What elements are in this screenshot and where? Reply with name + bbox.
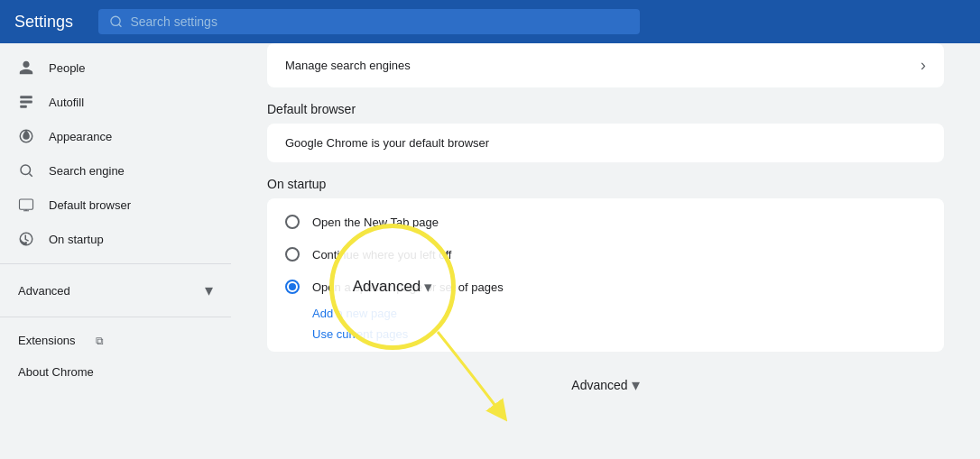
svg-rect-3 xyxy=(20,101,32,104)
add-new-page-link[interactable]: Add a new page xyxy=(267,303,944,324)
svg-point-6 xyxy=(21,165,31,175)
sidebar-advanced-label: Advanced xyxy=(18,284,70,298)
advanced-dropdown-row[interactable]: Advanced ▾ xyxy=(267,363,944,408)
radio-row-new-tab[interactable]: Open the New Tab page xyxy=(267,206,944,238)
sidebar-item-people[interactable]: People xyxy=(0,50,224,85)
person-icon xyxy=(18,60,34,76)
app-title: Settings xyxy=(14,13,73,32)
advanced-dropdown-chevron-icon: ▾ xyxy=(632,375,640,395)
radio-new-tab[interactable] xyxy=(285,215,300,229)
sidebar-advanced-section[interactable]: Advanced ▾ xyxy=(0,271,231,309)
sidebar-autofill-label: Autofill xyxy=(49,96,84,109)
main-layout: People Autofill Appearance Search engine… xyxy=(0,43,980,459)
search-input[interactable] xyxy=(130,14,629,29)
sidebar-appearance-label: Appearance xyxy=(49,130,112,143)
manage-engines-chevron-icon: › xyxy=(920,56,926,75)
default-browser-icon xyxy=(18,197,34,213)
main-content: Manage search engines › Default browser … xyxy=(231,43,980,459)
sidebar-on-startup-label: On startup xyxy=(49,233,104,246)
appearance-icon xyxy=(18,128,34,144)
default-browser-status: Google Chrome is your default browser xyxy=(285,136,489,150)
sidebar-item-appearance[interactable]: Appearance xyxy=(0,119,224,153)
sidebar-item-autofill[interactable]: Autofill xyxy=(0,85,224,119)
svg-rect-4 xyxy=(20,106,27,108)
radio-continue-label: Continue where you left off xyxy=(312,248,451,262)
on-startup-title: On startup xyxy=(267,177,944,191)
sidebar-item-on-startup[interactable]: On startup xyxy=(0,222,224,256)
sidebar-about-label: About Chrome xyxy=(18,365,94,379)
search-bar[interactable] xyxy=(98,9,640,34)
sidebar-default-browser-label: Default browser xyxy=(49,198,131,212)
default-browser-title: Default browser xyxy=(267,102,944,116)
sidebar: People Autofill Appearance Search engine… xyxy=(0,43,231,459)
search-engine-icon xyxy=(18,162,34,179)
radio-continue[interactable] xyxy=(285,247,300,262)
svg-rect-8 xyxy=(20,199,33,209)
svg-line-7 xyxy=(29,173,32,176)
radio-open-specific[interactable] xyxy=(285,280,300,294)
manage-engines-row[interactable]: Manage search engines › xyxy=(267,43,944,87)
app-header: Settings xyxy=(0,0,980,43)
sidebar-item-default-browser[interactable]: Default browser xyxy=(0,188,224,222)
advanced-chevron-icon: ▾ xyxy=(205,280,213,300)
sidebar-divider xyxy=(0,263,231,264)
startup-options-card: Open the New Tab page Continue where you… xyxy=(267,198,944,352)
radio-new-tab-label: Open the New Tab page xyxy=(312,216,439,229)
manage-engines-label: Manage search engines xyxy=(285,59,411,72)
advanced-dropdown-label: Advanced xyxy=(571,378,627,392)
external-link-icon: ⧉ xyxy=(96,335,104,347)
search-icon xyxy=(109,14,123,29)
radio-open-specific-label: Open a specific page or set of pages xyxy=(312,280,504,294)
sidebar-people-label: People xyxy=(49,61,85,75)
sidebar-item-search-engine[interactable]: Search engine xyxy=(0,153,224,188)
use-current-pages-link[interactable]: Use current pages xyxy=(267,324,944,344)
default-browser-box: Google Chrome is your default browser xyxy=(267,124,944,162)
svg-rect-2 xyxy=(20,96,32,98)
startup-icon xyxy=(18,231,34,247)
sidebar-item-about-chrome[interactable]: About Chrome xyxy=(0,356,231,388)
radio-row-continue[interactable]: Continue where you left off xyxy=(267,238,944,271)
sidebar-divider2 xyxy=(0,317,231,317)
svg-point-0 xyxy=(111,16,120,25)
manage-engines-card: Manage search engines › xyxy=(267,43,944,87)
radio-row-open-specific[interactable]: Open a specific page or set of pages xyxy=(267,271,944,303)
svg-line-1 xyxy=(119,24,122,27)
autofill-icon xyxy=(18,94,34,110)
sidebar-search-engine-label: Search engine xyxy=(49,164,125,178)
sidebar-item-extensions[interactable]: Extensions ⧉ xyxy=(0,325,231,356)
sidebar-extensions-label: Extensions xyxy=(18,334,76,347)
